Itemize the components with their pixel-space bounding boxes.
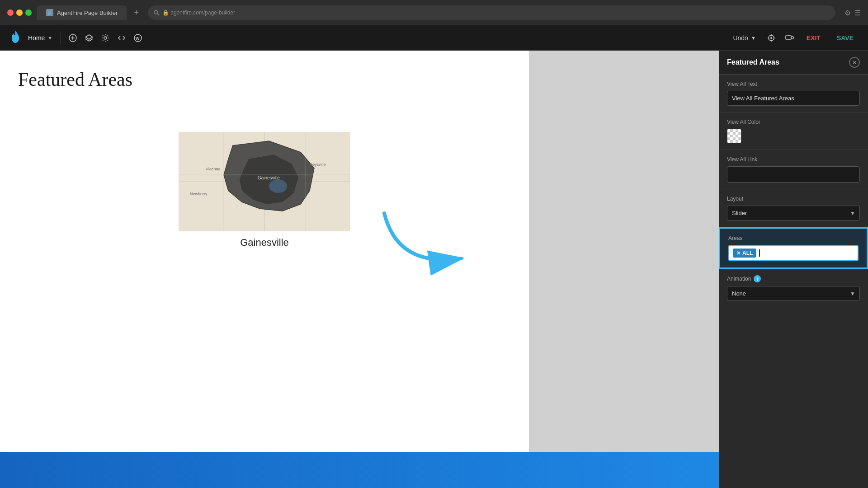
svg-text:Keysville: Keysville [310, 162, 326, 167]
logo [7, 29, 24, 47]
main-content: Featured Areas [0, 51, 868, 488]
page-canvas: Featured Areas [0, 51, 719, 488]
home-label: Home [28, 34, 45, 42]
exit-button[interactable]: EXIT [799, 32, 828, 44]
svg-point-22 [269, 179, 287, 193]
panel-title: Featured Areas [727, 58, 779, 66]
panel-header: Featured Areas ✕ [719, 51, 868, 75]
toolbar-divider-1 [61, 32, 61, 44]
layout-section: Layout Slider Grid List ▼ [719, 189, 868, 227]
page-area: Featured Areas [0, 51, 529, 452]
info-icon[interactable]: i [754, 275, 761, 282]
settings-button[interactable] [97, 30, 113, 46]
home-menu[interactable]: Home ▼ [24, 32, 57, 44]
view-all-text-section: View All Text [719, 75, 868, 113]
animation-label: Animation [727, 276, 751, 282]
dot-green[interactable] [25, 9, 32, 16]
svg-line-1 [157, 14, 159, 16]
map-image: Alachua Keysville Newberry Gainesville [179, 132, 350, 231]
areas-section: Areas ✕ ALL [719, 227, 868, 269]
panel-close-button[interactable]: ✕ [849, 57, 860, 68]
browser-tab[interactable]: AgentFire Page Builder [37, 5, 127, 20]
wordpress-button[interactable]: W [130, 30, 146, 46]
responsive-button[interactable] [781, 30, 797, 46]
view-all-link-input[interactable] [727, 166, 860, 183]
layout-select-wrapper: Slider Grid List ▼ [727, 206, 860, 221]
browser-dots [7, 9, 32, 16]
home-chevron-icon: ▼ [47, 35, 52, 41]
svg-rect-16 [791, 37, 793, 39]
browser-chrome: AgentFire Page Builder + 🔒 agentfire.com… [0, 0, 868, 25]
layout-label: Layout [727, 196, 860, 202]
side-panel: Featured Areas ✕ View All Text View All … [719, 51, 868, 488]
page-title: Featured Areas [18, 69, 511, 90]
blue-gradient-bar [0, 452, 719, 488]
toolbar: Home ▼ W Undo ▼ EXIT SAVE [0, 25, 868, 51]
extensions-btn[interactable]: ⚙ [844, 9, 851, 17]
undo-label: Undo [733, 34, 748, 42]
address-bar[interactable]: 🔒 agentfire.com/page-builder [148, 5, 835, 20]
tag-cursor [759, 249, 760, 257]
view-all-color-label: View All Color [727, 119, 860, 125]
svg-text:W: W [136, 36, 140, 41]
svg-text:Newberry: Newberry [190, 192, 208, 196]
dot-yellow[interactable] [16, 9, 23, 16]
tag-label: ALL [742, 250, 753, 256]
panel-body: View All Text View All Color View All Li… [719, 75, 868, 488]
dot-red[interactable] [7, 9, 14, 16]
svg-point-0 [154, 10, 158, 14]
tag-remove-icon[interactable]: ✕ [736, 250, 741, 256]
add-element-button[interactable] [65, 30, 81, 46]
svg-point-6 [104, 37, 107, 39]
save-button[interactable]: SAVE [830, 32, 861, 44]
svg-point-10 [770, 37, 772, 39]
areas-label: Areas [728, 235, 859, 241]
profile-btn[interactable]: ☰ [854, 9, 861, 17]
animation-select[interactable]: None Fade Slide Zoom [727, 286, 860, 301]
view-all-link-section: View All Link [719, 150, 868, 189]
close-icon: ✕ [852, 59, 857, 66]
undo-button[interactable]: Undo ▼ [727, 32, 761, 44]
animation-label-row: Animation i [727, 275, 860, 282]
layers-button[interactable] [81, 30, 97, 46]
map-location-label: Gainesville [179, 237, 350, 249]
tab-label: AgentFire Page Builder [57, 9, 118, 16]
svg-rect-15 [786, 36, 791, 39]
tag-all: ✕ ALL [733, 249, 756, 258]
new-tab-button[interactable]: + [134, 8, 139, 18]
areas-input-container[interactable]: ✕ ALL [728, 245, 859, 261]
view-all-text-input[interactable] [727, 91, 860, 106]
arrow-annotation [371, 204, 479, 277]
animation-section: Animation i None Fade Slide Zoom ▼ [719, 269, 868, 307]
svg-text:Alachua: Alachua [206, 167, 221, 171]
view-all-link-label: View All Link [727, 156, 860, 163]
color-swatch[interactable] [727, 129, 741, 143]
tab-favicon [46, 9, 53, 16]
code-button[interactable] [113, 30, 130, 46]
preview-button[interactable] [763, 30, 779, 46]
browser-nav: ⚙ ☰ [844, 9, 861, 17]
layout-select[interactable]: Slider Grid List [727, 206, 860, 221]
view-all-text-label: View All Text [727, 81, 860, 87]
svg-marker-5 [85, 35, 93, 39]
undo-chevron-icon: ▼ [751, 35, 756, 41]
svg-text:Gainesville: Gainesville [258, 175, 280, 180]
toolbar-right: Undo ▼ EXIT SAVE [727, 30, 861, 46]
view-all-color-section: View All Color [719, 113, 868, 150]
animation-select-wrapper: None Fade Slide Zoom ▼ [727, 286, 860, 301]
map-section: Alachua Keysville Newberry Gainesville G… [179, 132, 350, 249]
